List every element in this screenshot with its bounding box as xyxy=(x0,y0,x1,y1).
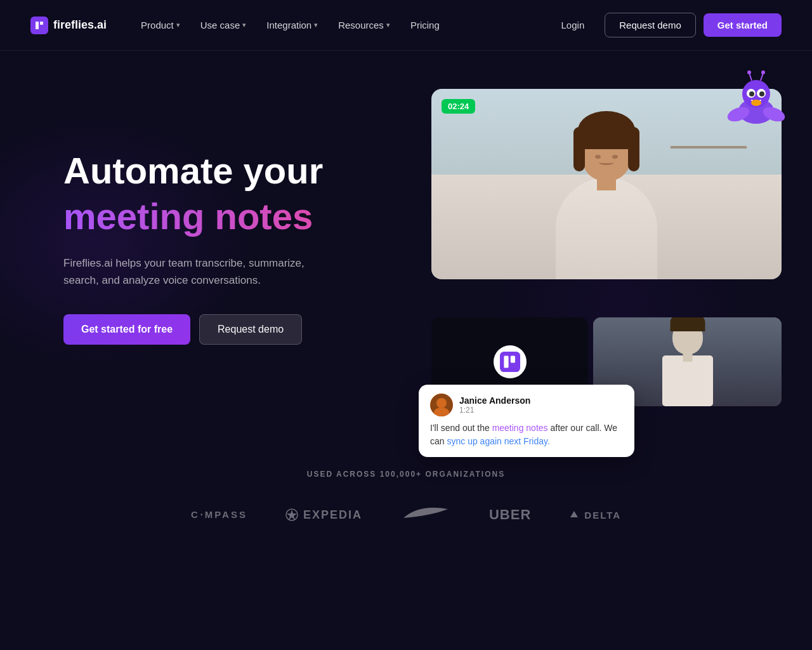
chat-text-part1: I'll send out the xyxy=(430,423,492,433)
hero-title-line1: Automate your xyxy=(63,150,393,191)
timer-badge: 02:24 xyxy=(442,99,475,114)
hero-visual: 02:24 Janice Anderson 1:21 xyxy=(419,89,782,406)
svg-rect-0 xyxy=(30,17,48,34)
navbar: fireflies.ai Product ▾ Use case ▾ Integr… xyxy=(0,0,812,51)
get-started-nav-button[interactable]: Get started xyxy=(704,13,782,37)
chat-time: 1:21 xyxy=(459,406,530,415)
compass-logo: C⋅MPASS xyxy=(191,509,247,521)
chat-bubble: Janice Anderson 1:21 I'll send out the m… xyxy=(419,385,634,457)
meeting-notes-link[interactable]: meeting notes xyxy=(492,423,548,433)
request-demo-nav-button[interactable]: Request demo xyxy=(605,13,696,37)
chat-name: Janice Anderson xyxy=(459,395,530,406)
svg-point-13 xyxy=(751,100,761,106)
hero-buttons: Get started for free Request demo xyxy=(63,314,393,345)
delta-icon xyxy=(569,510,579,520)
hero-title-line2: meeting notes xyxy=(63,196,393,237)
hero-description: Fireflies.ai helps your team transcribe,… xyxy=(63,255,330,289)
nike-logo xyxy=(400,504,451,526)
svg-point-6 xyxy=(747,70,751,74)
get-started-free-button[interactable]: Get started for free xyxy=(63,314,190,345)
svg-rect-17 xyxy=(500,352,520,372)
nav-links: Product ▾ Use case ▾ Integration ▾ Resou… xyxy=(132,15,548,36)
expedia-logo: Expedia xyxy=(285,508,362,522)
request-demo-hero-button[interactable]: Request demo xyxy=(199,314,302,345)
nav-integration[interactable]: Integration ▾ xyxy=(258,15,327,36)
svg-point-11 xyxy=(749,91,754,96)
sync-up-link[interactable]: sync up again next Friday. xyxy=(447,436,549,446)
delta-logo: DELTA xyxy=(569,510,621,521)
hero-section: Automate your meeting notes Fireflies.ai… xyxy=(0,51,812,432)
logo[interactable]: fireflies.ai xyxy=(30,17,107,34)
nav-product[interactable]: Product ▾ xyxy=(132,15,189,36)
svg-point-12 xyxy=(759,91,764,96)
chevron-down-icon: ▾ xyxy=(176,21,180,29)
avatar xyxy=(430,394,453,416)
nike-swoosh-icon xyxy=(400,504,451,523)
chevron-down-icon: ▾ xyxy=(314,21,318,29)
chevron-down-icon: ▾ xyxy=(242,21,246,29)
logo-icon xyxy=(30,17,48,34)
nav-use-case[interactable]: Use case ▾ xyxy=(192,15,256,36)
login-button[interactable]: Login xyxy=(549,13,598,37)
svg-rect-19 xyxy=(510,355,514,362)
chevron-down-icon: ▾ xyxy=(386,21,390,29)
nav-resources[interactable]: Resources ▾ xyxy=(329,15,399,36)
nav-right: Login Request demo Get started xyxy=(549,13,782,37)
svg-rect-18 xyxy=(504,355,508,368)
uber-logo: Uber xyxy=(489,507,531,523)
nav-pricing[interactable]: Pricing xyxy=(402,15,449,36)
hero-content: Automate your meeting notes Fireflies.ai… xyxy=(63,150,393,345)
chat-message: I'll send out the meeting notes after ou… xyxy=(430,421,623,448)
ff-logo-circle xyxy=(494,345,527,378)
brand-logos-row: C⋅MPASS Expedia Uber DELTA xyxy=(30,504,782,526)
chat-info: Janice Anderson 1:21 xyxy=(459,395,530,415)
robot-mascot xyxy=(724,70,788,133)
social-proof-label: USED ACROSS 100,000+ ORGANIZATIONS xyxy=(30,470,782,479)
svg-point-8 xyxy=(761,70,765,74)
brand-name: fireflies.ai xyxy=(53,18,107,32)
expedia-icon xyxy=(285,508,298,521)
svg-point-15 xyxy=(436,398,447,408)
social-proof-section: USED ACROSS 100,000+ ORGANIZATIONS C⋅MPA… xyxy=(0,432,812,564)
chat-header: Janice Anderson 1:21 xyxy=(430,394,623,416)
